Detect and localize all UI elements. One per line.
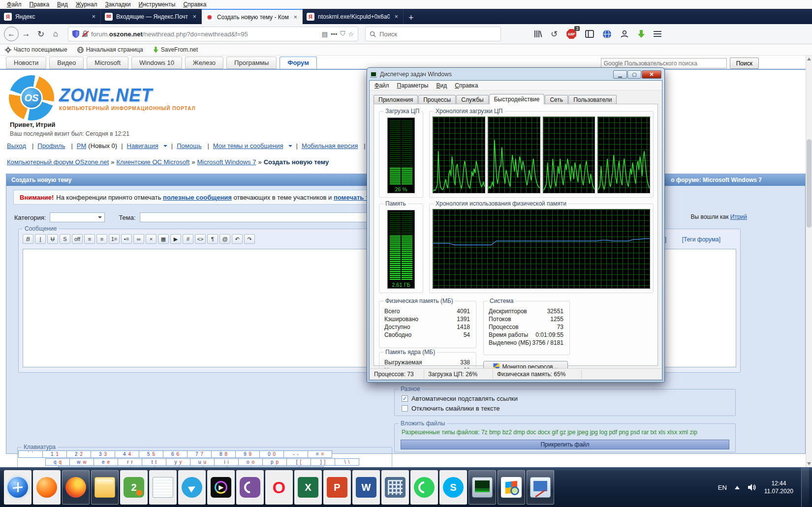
keyboard-key[interactable]: rr — [118, 458, 142, 466]
bookmark-star-icon[interactable]: ☆ — [348, 30, 354, 38]
skype-icon[interactable]: S — [439, 470, 467, 505]
editor-toolbar-button[interactable]: •= — [121, 234, 132, 244]
editor-toolbar-button[interactable]: # — [183, 234, 193, 244]
keyboard-key[interactable]: 55 — [139, 450, 163, 458]
show-desktop-button[interactable] — [801, 468, 809, 507]
home-icon[interactable]: ⌂ — [48, 27, 63, 41]
task-manager-menu-item[interactable]: Справка — [451, 82, 482, 89]
editor-toolbar-button[interactable]: I — [35, 234, 46, 244]
menu-item[interactable]: Справка — [179, 1, 210, 8]
bookmark-home[interactable]: Начальная страница — [77, 46, 143, 53]
minimize-button[interactable]: ▁ — [613, 70, 627, 79]
close-button[interactable]: ✕ — [642, 70, 661, 79]
browser-tab[interactable]: Я Яндекс × — [0, 9, 101, 24]
screenshot-tool-icon[interactable] — [527, 470, 554, 505]
firefox-icon[interactable] — [62, 470, 90, 505]
globe-icon[interactable] — [602, 30, 612, 39]
new-tab-button[interactable]: + — [404, 12, 419, 24]
tab-close-icon[interactable]: × — [91, 13, 96, 20]
keyboard-key[interactable]: ww — [69, 458, 94, 466]
browser-tab[interactable]: Я ntoskrnl.exe!Kicpuld+0x6a0 — × — [303, 9, 404, 24]
menu-item[interactable]: Вид — [53, 1, 72, 8]
url-bar[interactable]: forum.oszone.net/newthread.php?do=newthr… — [68, 27, 358, 41]
powerpoint-icon[interactable]: P — [323, 470, 351, 505]
taskbar-clock[interactable]: 12:44 11.07.2020 — [764, 479, 793, 495]
editor-toolbar-button[interactable]: U — [47, 234, 58, 244]
calculator-icon[interactable] — [381, 470, 409, 505]
volume-icon[interactable] — [748, 483, 756, 491]
username-link[interactable]: Итрий — [730, 213, 747, 220]
notepad-icon[interactable] — [149, 470, 177, 505]
keyboard-key[interactable]: 88 — [211, 450, 236, 458]
checkbox[interactable] — [402, 395, 408, 402]
language-indicator[interactable]: EN — [718, 484, 727, 491]
menu-item[interactable]: Файл — [3, 1, 26, 8]
keyboard-key[interactable]: 11 — [42, 450, 67, 458]
page-actions-icon[interactable]: ••• — [331, 30, 338, 38]
google-search-button[interactable]: Поиск — [730, 58, 759, 69]
opera-icon[interactable]: O — [265, 470, 293, 505]
tray-expand-icon[interactable] — [735, 486, 740, 489]
user-link[interactable]: Помощь — [167, 142, 204, 149]
keyboard-key[interactable]: tt — [142, 458, 166, 466]
windows-search-icon[interactable] — [498, 470, 525, 505]
editor-toolbar-button[interactable]: ≡ — [96, 234, 107, 244]
user-link[interactable]: Профиль — [28, 142, 67, 149]
site-nav-tab[interactable]: Программы — [226, 57, 277, 69]
keyboard-key[interactable]: 00 — [259, 450, 284, 458]
site-nav-tab[interactable]: Новости — [6, 57, 46, 69]
keyboard-key[interactable]: 77 — [187, 450, 212, 458]
breadcrumb-item[interactable]: Компьютерный форум OSzone.net — [7, 158, 109, 166]
account-icon[interactable] — [620, 30, 629, 38]
keyboard-key[interactable]: 66 — [163, 450, 187, 458]
editor-toolbar-button[interactable]: ↶ — [232, 234, 243, 244]
editor-toolbar-button[interactable]: 1= — [109, 234, 120, 244]
user-link[interactable]: Выход — [7, 142, 28, 149]
breadcrumb-item[interactable]: Создать новую тему — [256, 158, 329, 166]
savefrom-arrow-icon[interactable] — [637, 30, 645, 38]
editor-toolbar-button[interactable]: off — [72, 234, 83, 244]
task-manager-titlebar[interactable]: Диспетчер задач Windows ▁ ▢ ✕ — [367, 68, 664, 79]
bookmark-savefrom[interactable]: SaveFrom.net — [153, 46, 198, 53]
menu-item[interactable]: Закладки — [101, 1, 135, 8]
task-manager-menu-item[interactable]: Вид — [432, 82, 451, 89]
keyboard-key[interactable]: `` — [18, 450, 43, 458]
tab-close-icon[interactable]: × — [191, 13, 197, 20]
task-manager-window[interactable]: Диспетчер задач Windows ▁ ▢ ✕ ФайлПараме… — [367, 67, 665, 383]
keyboard-key[interactable]: 22 — [66, 450, 91, 458]
tab-close-icon[interactable]: × — [292, 13, 298, 21]
editor-toolbar-button[interactable]: ¶ — [207, 234, 218, 244]
reload-icon[interactable]: ↻ — [33, 27, 48, 41]
site-nav-tab[interactable]: Видео — [49, 57, 84, 69]
menu-hamburger-icon[interactable] — [654, 31, 661, 37]
keyboard-key[interactable]: yy — [166, 458, 190, 466]
keyboard-key[interactable]: [[ — [286, 458, 311, 466]
keyboard-key[interactable]: -- — [283, 450, 308, 458]
misc-option[interactable]: Автоматически подставлять ссылки — [402, 395, 735, 402]
browser-tab[interactable]: ◉ Создать новую тему - Компью × — [202, 9, 303, 24]
user-link[interactable]: PM(Новых 0) — [67, 142, 117, 149]
editor-toolbar-button[interactable]: ▶ — [170, 234, 181, 244]
editor-toolbar-button[interactable]: ▦ — [158, 234, 169, 244]
keyboard-key[interactable]: oo — [238, 458, 263, 466]
search-input[interactable] — [379, 30, 497, 38]
checkbox[interactable] — [402, 405, 408, 412]
breadcrumb-item[interactable]: Microsoft Windows 7 — [189, 158, 256, 166]
tab-close-icon[interactable]: × — [393, 13, 399, 20]
keyboard-key[interactable]: ee — [94, 458, 118, 466]
viber-icon[interactable] — [236, 470, 264, 505]
keyboard-key[interactable]: \\ — [335, 458, 359, 466]
keyboard-key[interactable]: ]] — [311, 458, 335, 466]
keyboard-key[interactable]: ii — [214, 458, 239, 466]
menu-item[interactable]: Журнал — [72, 1, 101, 8]
menu-item[interactable]: Правка — [26, 1, 54, 8]
task-manager-tab[interactable]: Сеть — [545, 95, 568, 104]
sidebar-icon[interactable] — [585, 30, 594, 38]
browser-tab[interactable]: ✉ Входящие — Яндекс.Почта × — [101, 9, 202, 24]
site-nav-tab[interactable]: Форум — [280, 57, 316, 69]
oszone-logo[interactable]: OS ZONE.NET КОМПЬЮТЕРНЫЙ ИНФОРМАЦИОННЫЙ … — [9, 75, 196, 120]
keyboard-key[interactable]: pp — [262, 458, 287, 466]
site-nav-tab[interactable]: Microsoft — [87, 57, 128, 69]
start-button[interactable] — [4, 470, 31, 505]
page-scrollbar[interactable] — [806, 56, 812, 467]
